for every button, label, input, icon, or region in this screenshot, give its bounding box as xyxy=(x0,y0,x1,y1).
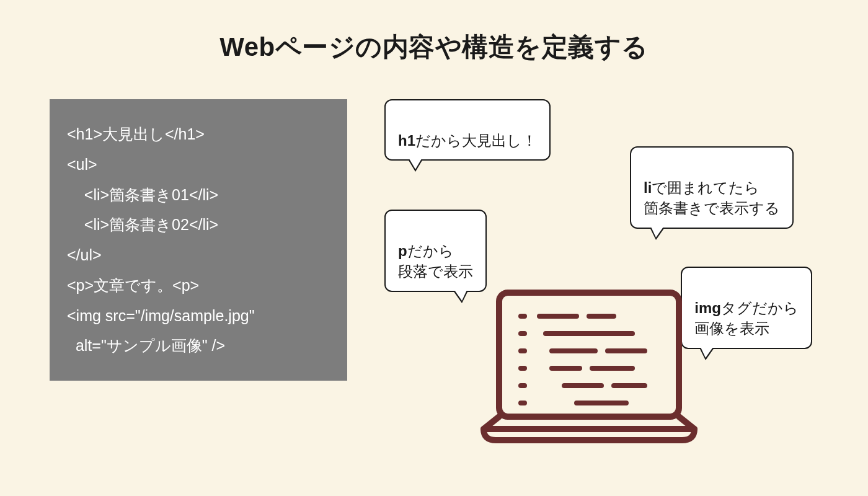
laptop-icon xyxy=(471,285,707,446)
illustration-area: h1だから大見出し！ liで囲まれてたら 箇条書きで表示する pだから 段落で表… xyxy=(384,99,818,446)
page-title: Webページの内容や構造を定義する xyxy=(219,30,648,64)
svg-rect-0 xyxy=(499,293,679,417)
content-row: <h1>大見出し</h1> <ul> <li>箇条書き01</li> <li>箇… xyxy=(50,99,818,446)
bubble-bold: h1 xyxy=(398,132,415,149)
bubble-rest: だから 段落で表示 xyxy=(398,242,473,280)
speech-bubble-p: pだから 段落で表示 xyxy=(384,210,487,292)
bubble-bold: li xyxy=(644,179,652,196)
code-sample-box: <h1>大見出し</h1> <ul> <li>箇条書き01</li> <li>箇… xyxy=(50,99,347,381)
bubble-bold: p xyxy=(398,242,407,259)
bubble-rest: で囲まれてたら 箇条書きで表示する xyxy=(644,179,780,217)
speech-bubble-li: liで囲まれてたら 箇条書きで表示する xyxy=(630,146,794,229)
speech-bubble-h1: h1だから大見出し！ xyxy=(384,99,551,161)
bubble-rest: だから大見出し！ xyxy=(415,132,537,149)
